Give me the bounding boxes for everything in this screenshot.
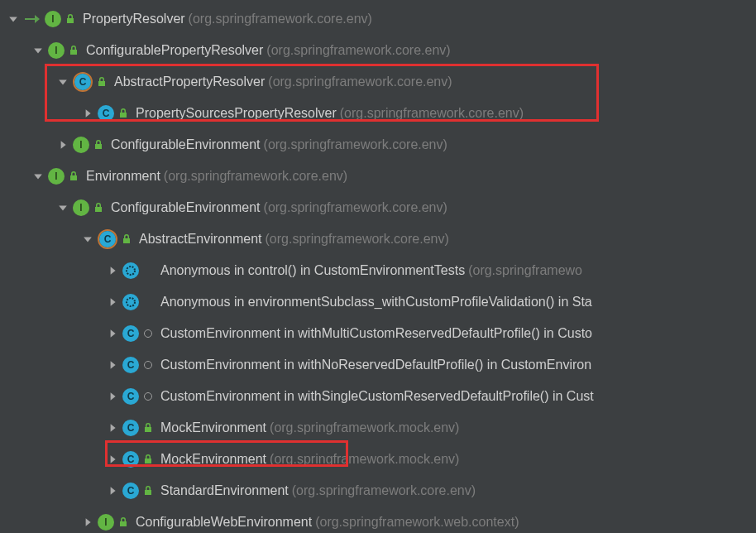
expand-arrow-right-icon[interactable] xyxy=(83,517,93,527)
expand-arrow-down-icon[interactable] xyxy=(8,14,18,24)
tree-node[interactable]: IEnvironment(org.springframework.core.en… xyxy=(0,161,756,192)
tree-node[interactable]: CMockEnvironment(org.springframework.moc… xyxy=(0,412,756,444)
expand-arrow-right-icon[interactable] xyxy=(108,454,117,464)
node-name: CustomEnvironment in withMultiCustomRese… xyxy=(160,326,592,341)
tree-node[interactable]: IConfigurableEnvironment(org.springframe… xyxy=(0,192,756,223)
tree-node[interactable]: CAbstractPropertyResolver(org.springfram… xyxy=(0,66,756,98)
node-package: (org.springframework.core.env) xyxy=(268,74,452,89)
node-name: ConfigurableEnvironment xyxy=(111,137,261,152)
node-package: (org.springframework.core.env) xyxy=(266,43,450,58)
lock-icon xyxy=(96,76,108,88)
class-icon: C xyxy=(122,420,139,436)
expand-arrow-right-icon[interactable] xyxy=(108,391,117,401)
abstract-class-icon: C xyxy=(73,72,93,92)
interface-icon: I xyxy=(48,168,65,185)
node-package: (org.springframework.core.env) xyxy=(189,12,372,26)
tree-node[interactable]: IConfigurableEnvironment(org.springframe… xyxy=(0,129,756,161)
lock-icon xyxy=(93,202,104,214)
override-marker-icon xyxy=(144,361,152,369)
tree-node[interactable]: CCustomEnvironment in withSingleCustomRe… xyxy=(0,381,756,412)
expand-arrow-right-icon[interactable] xyxy=(108,297,117,307)
class-icon: C xyxy=(122,451,139,468)
abstract-class-icon: C xyxy=(98,229,117,249)
node-package: (org.springframework.mock.env) xyxy=(270,452,459,467)
tree-node[interactable]: CPropertySourcesPropertyResolver(org.spr… xyxy=(0,98,756,129)
node-package: (org.springframework.core.env) xyxy=(264,200,447,215)
tree-node[interactable]: CCustomEnvironment in withMultiCustomRes… xyxy=(0,318,756,349)
svg-point-0 xyxy=(122,262,139,279)
node-package: (org.springframewo xyxy=(468,263,582,278)
tree-node[interactable]: IConfigurableWebEnvironment(org.springfr… xyxy=(0,507,756,533)
expand-arrow-down-icon[interactable] xyxy=(33,171,43,181)
lock-icon xyxy=(93,139,104,151)
node-package: (org.springframework.web.context) xyxy=(315,515,519,530)
node-name: AbstractPropertyResolver xyxy=(114,74,265,89)
class-icon: C xyxy=(122,325,139,342)
node-package: (org.springframework.core.env) xyxy=(264,137,447,152)
interface-icon: I xyxy=(48,42,65,59)
expand-arrow-down-icon[interactable] xyxy=(83,234,93,244)
tree-node[interactable]: IConfigurablePropertyResolver(org.spring… xyxy=(0,35,756,66)
node-name: CustomEnvironment in withNoReservedDefau… xyxy=(160,358,591,372)
lock-icon xyxy=(68,45,79,56)
lock-icon xyxy=(142,485,154,497)
anonymous-class-icon xyxy=(122,294,139,310)
node-name: Anonymous in control() in CustomEnvironm… xyxy=(160,263,465,278)
tree-node[interactable]: CMockEnvironment(org.springframework.moc… xyxy=(0,444,756,475)
expand-arrow-down-icon[interactable] xyxy=(58,77,68,87)
node-name: PropertyResolver xyxy=(83,12,185,26)
node-name: PropertySourcesPropertyResolver xyxy=(136,106,337,121)
lock-icon xyxy=(65,13,76,25)
node-name: MockEnvironment xyxy=(160,420,266,435)
expand-arrow-right-icon[interactable] xyxy=(108,360,117,370)
expand-arrow-right-icon[interactable] xyxy=(108,266,117,276)
lock-icon xyxy=(117,108,129,119)
node-name: ConfigurableEnvironment xyxy=(111,200,261,215)
expand-arrow-right-icon[interactable] xyxy=(108,423,117,433)
node-name: StandardEnvironment xyxy=(160,483,289,498)
svg-point-2 xyxy=(122,294,139,310)
root-indicator-icon xyxy=(23,10,41,28)
expand-arrow-down-icon[interactable] xyxy=(33,46,43,55)
class-icon: C xyxy=(122,483,139,499)
node-package: (org.springframework.mock.env) xyxy=(270,420,459,435)
expand-arrow-down-icon[interactable] xyxy=(58,203,68,213)
interface-icon: I xyxy=(98,514,114,531)
node-package: (org.springframework.core.env) xyxy=(292,483,476,498)
node-name: ConfigurableWebEnvironment xyxy=(136,515,312,530)
class-icon: C xyxy=(122,357,139,373)
node-package: (org.springframework.core.env) xyxy=(340,106,524,121)
node-name: AbstractEnvironment xyxy=(139,232,262,247)
node-name: CustomEnvironment in withSingleCustomRes… xyxy=(160,389,594,404)
tree-node[interactable]: Anonymous in control() in CustomEnvironm… xyxy=(0,255,756,286)
node-package: (org.springframework.core.env) xyxy=(164,169,347,184)
tree-node[interactable]: Anonymous in environmentSubclass_withCus… xyxy=(0,286,756,318)
expand-arrow-right-icon[interactable] xyxy=(83,108,93,118)
lock-icon xyxy=(68,170,79,182)
override-marker-icon xyxy=(144,329,152,338)
node-name: MockEnvironment xyxy=(160,452,266,467)
class-icon: C xyxy=(98,105,114,122)
lock-icon xyxy=(121,233,132,245)
lock-icon xyxy=(117,516,129,528)
tree-node[interactable]: CAbstractEnvironment(org.springframework… xyxy=(0,223,756,255)
anonymous-class-icon xyxy=(122,262,139,279)
override-marker-icon xyxy=(144,392,152,401)
expand-arrow-right-icon[interactable] xyxy=(58,140,68,150)
expand-arrow-right-icon[interactable] xyxy=(108,329,117,339)
expand-arrow-right-icon[interactable] xyxy=(108,486,117,496)
node-package: (org.springframework.core.env) xyxy=(266,232,449,247)
interface-icon: I xyxy=(73,137,89,153)
node-name: Anonymous in environmentSubclass_withCus… xyxy=(160,295,592,310)
class-icon: C xyxy=(122,388,139,405)
tree-node[interactable]: CStandardEnvironment(org.springframework… xyxy=(0,475,756,507)
lock-icon xyxy=(142,422,154,434)
node-name: ConfigurablePropertyResolver xyxy=(86,43,263,58)
interface-icon: I xyxy=(45,11,61,27)
interface-icon: I xyxy=(73,199,89,216)
lock-icon xyxy=(142,454,154,465)
node-name: Environment xyxy=(86,169,160,184)
tree-node[interactable]: IPropertyResolver(org.springframework.co… xyxy=(0,3,756,35)
tree-node[interactable]: CCustomEnvironment in withNoReservedDefa… xyxy=(0,349,756,381)
